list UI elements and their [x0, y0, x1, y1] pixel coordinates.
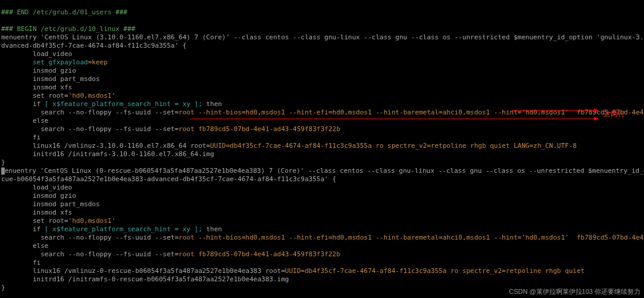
initrd16-line: initrd16 /initramfs-3.10.0-1160.el7.x86_…	[1, 150, 214, 158]
comment-begin-10-linux: ### BEGIN /etc/grub.d/10_linux ###	[1, 25, 135, 33]
annotation-label: 这两行	[604, 110, 625, 118]
grub-config-text: ### END /etc/grub.d/01_users ### ### BEG…	[1, 0, 644, 298]
annotation-arrow-2	[190, 119, 595, 119]
annotation-arrowhead-1	[594, 108, 599, 112]
annotation-arrow-1	[512, 110, 595, 111]
annotation-arrowhead-2	[594, 117, 599, 120]
csdn-watermark: CSDN @莱伊拉啊莱伊拉103 你还要继续努力	[509, 287, 640, 296]
linux16-line: linux16 /vmlinuz-3.10.0-1160.el7.x86_64 …	[1, 142, 210, 150]
comment-end-01-users: ### END /etc/grub.d/01_users ###	[1, 8, 127, 16]
